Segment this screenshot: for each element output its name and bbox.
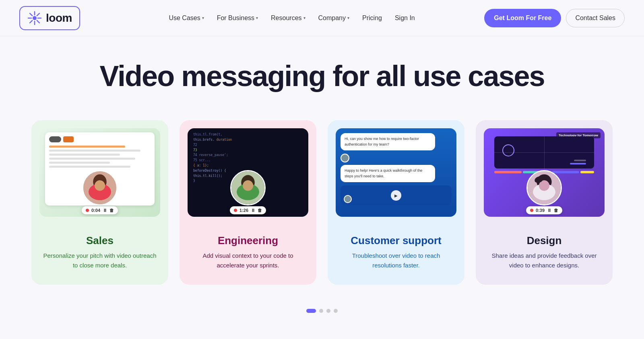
chevron-down-icon: ▾ bbox=[347, 16, 349, 20]
dot-3[interactable] bbox=[326, 309, 330, 313]
nav-item-use-cases[interactable]: Use Cases ▾ bbox=[163, 11, 209, 25]
nav-links: Use Cases ▾ For Business ▾ Resources ▾ C… bbox=[99, 11, 484, 25]
card-image-sales: 0:04 ⏸ 🗑 bbox=[31, 120, 168, 225]
logo-text: loom bbox=[46, 12, 72, 25]
card-desc-sales: Personalize your pitch with video outrea… bbox=[31, 251, 168, 270]
cards-section: 0:04 ⏸ 🗑 Sales Personalize your pitch wi… bbox=[0, 104, 644, 309]
timer-eng: 1:26 bbox=[239, 208, 248, 213]
timer-dot-design bbox=[530, 209, 533, 212]
card-title-sales: Sales bbox=[78, 234, 122, 247]
svg-point-0 bbox=[33, 16, 37, 20]
timer-dot-sales bbox=[86, 209, 89, 212]
svg-line-5 bbox=[30, 13, 32, 16]
timer-design: 0:39 bbox=[536, 208, 545, 213]
chat-question: Hi, can you show me how to require two-f… bbox=[345, 137, 419, 146]
carousel-dots bbox=[0, 309, 644, 321]
card-desc-design: Share ideas and provide feedback over vi… bbox=[476, 251, 613, 270]
chevron-down-icon: ▾ bbox=[303, 16, 305, 20]
card-image-support: Hi, can you show me how to require two-f… bbox=[328, 120, 464, 225]
play-button[interactable]: ▶ bbox=[391, 190, 401, 201]
dot-4[interactable] bbox=[334, 309, 338, 313]
svg-point-12 bbox=[95, 181, 105, 191]
pause-icon-sales: ⏸ bbox=[103, 208, 107, 213]
chat-answer: Happy to help! Here's a quick walkthroug… bbox=[345, 168, 422, 178]
card-design: Technology for Tomorrow bbox=[476, 120, 613, 285]
nav-item-pricing[interactable]: Pricing bbox=[357, 11, 388, 25]
card-customer-support: Hi, can you show me how to require two-f… bbox=[328, 120, 464, 285]
card-title-design: Design bbox=[519, 234, 570, 247]
hero-title: Video messaging for all use cases bbox=[19, 60, 625, 92]
chevron-down-icon: ▾ bbox=[256, 16, 258, 20]
nav-item-resources[interactable]: Resources ▾ bbox=[265, 11, 311, 25]
card-engineering: this.tl.from(t, this.brefs. duration 72 … bbox=[180, 120, 316, 285]
dot-2[interactable] bbox=[319, 309, 323, 313]
card-sales: 0:04 ⏸ 🗑 Sales Personalize your pitch wi… bbox=[31, 120, 168, 285]
nav-item-company[interactable]: Company ▾ bbox=[313, 11, 355, 25]
timer-sales: 0:04 bbox=[91, 208, 100, 213]
timer-dot-eng bbox=[234, 209, 237, 212]
trash-icon-eng: 🗑 bbox=[258, 208, 262, 213]
card-image-engineering: this.tl.from(t, this.brefs. duration 72 … bbox=[180, 120, 316, 225]
loom-icon bbox=[27, 11, 42, 25]
pause-icon-eng: ⏸ bbox=[251, 208, 255, 213]
svg-point-16 bbox=[243, 181, 253, 191]
card-title-engineering: Engineering bbox=[210, 234, 286, 247]
svg-line-6 bbox=[37, 20, 39, 23]
nav-item-sign-in[interactable]: Sign In bbox=[389, 11, 421, 25]
card-desc-support: Troubleshoot over video to reach resolut… bbox=[328, 251, 464, 270]
hero-section: Video messaging for all use cases bbox=[0, 36, 644, 104]
get-loom-button[interactable]: Get Loom For Free bbox=[484, 9, 561, 27]
chevron-down-icon: ▾ bbox=[202, 16, 204, 20]
card-desc-engineering: Add visual context to your code to accel… bbox=[180, 251, 316, 270]
nav-item-for-business[interactable]: For Business ▾ bbox=[211, 11, 264, 25]
pause-icon-design: ⏸ bbox=[547, 208, 551, 213]
svg-line-8 bbox=[30, 20, 32, 23]
card-image-design: Technology for Tomorrow bbox=[476, 120, 613, 225]
nav-actions: Get Loom For Free Contact Sales bbox=[484, 9, 625, 27]
svg-line-7 bbox=[37, 13, 39, 16]
logo[interactable]: loom bbox=[19, 6, 80, 30]
card-title-support: Customer support bbox=[343, 234, 449, 247]
contact-sales-button[interactable]: Contact Sales bbox=[566, 9, 625, 27]
navbar: loom Use Cases ▾ For Business ▾ Resource… bbox=[0, 0, 644, 36]
dot-1[interactable] bbox=[306, 309, 316, 313]
trash-icon-sales: 🗑 bbox=[109, 208, 114, 213]
trash-icon-design: 🗑 bbox=[554, 208, 558, 213]
